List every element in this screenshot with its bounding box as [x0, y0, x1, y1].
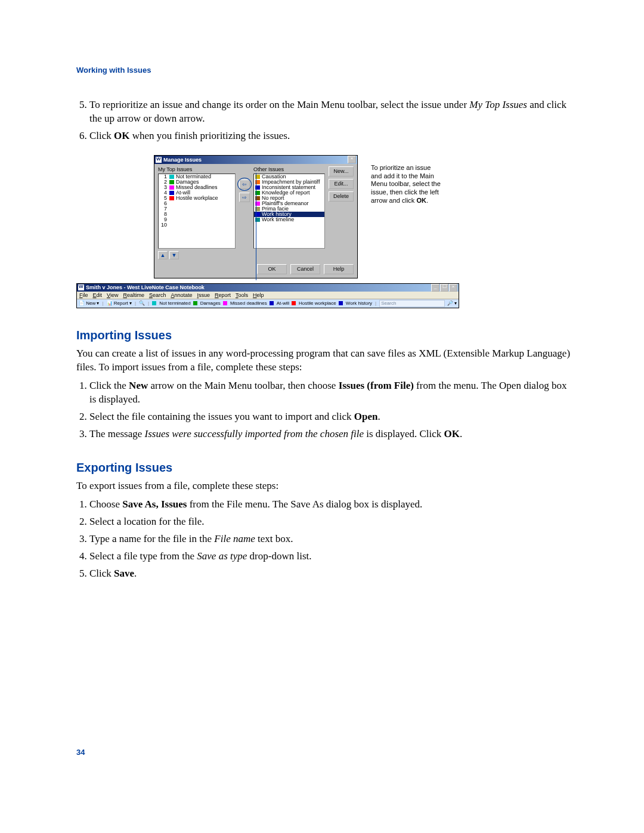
menu-item[interactable]: Annotate [171, 292, 192, 298]
menu-item[interactable]: Report [215, 292, 231, 298]
dialog-title: Manage Issues [163, 157, 347, 163]
move-up-button[interactable]: ▲ [158, 251, 168, 259]
issue-pill[interactable]: Not terminated [152, 301, 190, 306]
step-item: Type a name for the file in the File nam… [89, 532, 572, 546]
menu-item[interactable]: Edit [93, 292, 103, 298]
dialog-titlebar[interactable]: Manage Issues × [154, 156, 357, 164]
find-icon[interactable]: 🔍 [139, 301, 145, 306]
mainwin-titlebar[interactable]: Smith v Jones - West LiveNote Case Noteb… [77, 284, 459, 292]
list-item[interactable]: 3Missed deadlines [159, 185, 235, 190]
move-right-button[interactable]: ⇨ [239, 193, 250, 202]
help-button[interactable]: Help [324, 264, 354, 274]
menu-item[interactable]: Tools [236, 292, 248, 298]
callout-circle: ⇦ [238, 178, 251, 190]
main-toolbar[interactable]: 📄 New ▾|📊 Report ▾|🔍|Not terminatedDamag… [77, 299, 459, 308]
menu-item[interactable]: Search [149, 292, 166, 298]
issue-pill[interactable]: Missed deadlines [223, 301, 267, 306]
step-item: Click Save. [89, 567, 572, 581]
step-item: Select a location for the file. [89, 515, 572, 529]
close-icon[interactable]: × [348, 156, 356, 163]
search-icon[interactable]: 🔎 ▾ [447, 301, 457, 306]
callout-line [256, 173, 256, 280]
maximize-icon[interactable]: ☐ [440, 284, 448, 292]
minimize-icon[interactable]: _ [431, 284, 439, 292]
step-5: To reprioritize an issue and change its … [89, 98, 572, 126]
steps-reprioritize: To reprioritize an issue and change its … [76, 98, 572, 143]
figure-caption: To prioritize an issue and add it to the… [371, 164, 442, 205]
step-6: Click OK when you finish prioritizing th… [89, 129, 572, 143]
issue-pill[interactable]: Damages [193, 301, 221, 306]
importing-steps: Click the New arrow on the Main Menu too… [76, 379, 572, 441]
step-item: Click the New arrow on the Main Menu too… [89, 379, 572, 407]
step-item: Select a file type from the Save as type… [89, 550, 572, 563]
app-icon [78, 284, 84, 290]
list-item[interactable]: 10 [159, 222, 235, 228]
menu-item[interactable]: Help [253, 292, 264, 298]
issue-pill[interactable]: Work history [339, 301, 372, 306]
other-listbox[interactable]: CausationImpeachment by plaintiffInconsi… [253, 174, 325, 249]
issue-pill[interactable]: Hostile workplace [292, 301, 336, 306]
move-left-button[interactable]: ⇦ [239, 179, 250, 189]
edit-button[interactable]: Edit... [329, 179, 354, 189]
menu-item[interactable]: Issue [197, 292, 210, 298]
list-item[interactable]: 5Hostile workplace [159, 196, 235, 201]
page-number: 34 [76, 748, 572, 757]
list-item[interactable]: 9 [159, 217, 235, 222]
other-label: Other Issues [253, 166, 325, 172]
mainwin-title: Smith v Jones - West LiveNote Case Noteb… [86, 284, 431, 290]
menu-item[interactable]: View [107, 292, 118, 298]
mytop-label: My Top Issues [158, 166, 236, 172]
main-window: Smith v Jones - West LiveNote Case Noteb… [76, 283, 459, 308]
new-button[interactable]: New... [329, 166, 354, 176]
exporting-intro: To export issues from a file, complete t… [76, 479, 572, 493]
move-down-button[interactable]: ▼ [169, 251, 179, 259]
step-item: Choose Save As, Issues from the File men… [89, 498, 572, 512]
new-dropdown[interactable]: 📄 New ▾ [79, 301, 99, 306]
step-item: The message Issues were successfully imp… [89, 428, 572, 441]
section-header: Working with Issues [76, 66, 572, 75]
report-dropdown[interactable]: 📊 Report ▾ [107, 301, 132, 306]
menu-item[interactable]: File [79, 292, 88, 298]
list-item[interactable]: 7 [159, 206, 235, 212]
issue-pill[interactable]: At-will [270, 301, 289, 306]
mytop-listbox[interactable]: 1Not terminated2Damages3Missed deadlines… [158, 174, 236, 249]
menu-item[interactable]: Realtime [123, 292, 144, 298]
search-input[interactable]: Search [379, 300, 445, 307]
ok-button[interactable]: OK [257, 264, 287, 274]
exporting-steps: Choose Save As, Issues from the File men… [76, 498, 572, 581]
menu-bar[interactable]: FileEditViewRealtimeSearchAnnotateIssueR… [77, 292, 459, 299]
exporting-heading: Exporting Issues [76, 461, 572, 475]
importing-intro: You can create a list of issues in any w… [76, 347, 572, 374]
list-item[interactable]: 6 [159, 201, 235, 206]
close-icon[interactable]: × [449, 284, 457, 292]
importing-heading: Importing Issues [76, 329, 572, 342]
cancel-button[interactable]: Cancel [290, 264, 320, 274]
figure-manage-issues: To prioritize an issue and add it to the… [76, 155, 572, 308]
app-icon [156, 157, 162, 163]
delete-button[interactable]: Delete [329, 191, 354, 202]
list-item[interactable]: 8 [159, 212, 235, 217]
list-item[interactable]: Work timeline [254, 217, 324, 222]
step-item: Select the file containing the issues yo… [89, 410, 572, 424]
